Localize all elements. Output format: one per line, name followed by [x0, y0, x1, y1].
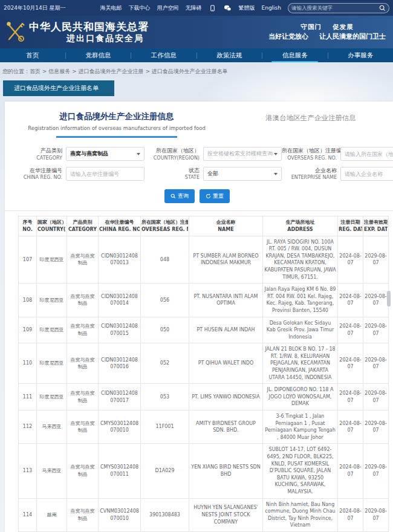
- cell-overseas_reg: 052: [141, 343, 189, 384]
- cell-china_reg: CIDN03012408070014: [99, 284, 141, 317]
- cell-category: 燕窝与燕窝制品: [67, 444, 99, 498]
- column-header: 序号NO.: [19, 216, 37, 236]
- cell-country: 马来西亚: [37, 410, 67, 444]
- topbar-links: 海关电邮下载中心用户空间无障碍: [100, 4, 202, 12]
- cell-name: HUYNH YEN SALANGANES' NESTS JOINT STOCK …: [189, 498, 263, 531]
- table-row: 113马来西亚燕窝与燕窝制品CMYS03012408070011D1A029YE…: [19, 444, 389, 498]
- nav-item-4[interactable]: 信息服务: [262, 48, 328, 62]
- search-icon[interactable]: [379, 5, 386, 11]
- cell-exp_date: 2029-08-07: [363, 236, 389, 284]
- wechat-icon[interactable]: [224, 5, 232, 11]
- section-tab-registration-list[interactable]: 进口食品境外生产企业注册名单: [3, 80, 114, 96]
- cell-address: JL. RAYA SIDOGIRI NO. 100A RT. 005 / RW.…: [263, 236, 338, 284]
- cell-overseas_reg: 3901308483: [141, 498, 189, 531]
- cell-no: 113: [19, 444, 37, 498]
- column-header: 注册有效期EXP. DATE: [363, 216, 389, 236]
- cell-category: 燕窝与燕窝制品: [67, 343, 99, 384]
- enterprise-name-input[interactable]: [340, 167, 393, 181]
- cell-reg_date: 2024-08-07: [338, 384, 363, 410]
- cell-china_reg: CMYS03012408070011: [99, 444, 141, 498]
- cell-name: YEN XIANG BIRD NESTS SDN BHD: [189, 444, 263, 498]
- cell-country: 印度尼西亚: [37, 284, 67, 317]
- cell-overseas_reg: D1A029: [141, 444, 189, 498]
- column-header: 产品类别CATEGORY: [67, 216, 99, 236]
- traditional-chinese-link[interactable]: 繁體版: [239, 4, 255, 12]
- table-row: 107印度尼西亚燕窝与燕窝制品CIDN03012408070013048PT S…: [19, 236, 389, 284]
- cell-country: 越南: [37, 498, 67, 531]
- cell-exp_date: 2029-08-07: [363, 498, 389, 531]
- chevron-down-icon: [274, 153, 278, 155]
- cell-reg_date: 2024-08-07: [338, 343, 363, 384]
- tab-title: 进口食品境外生产企业注册信息: [5, 111, 229, 122]
- nav-item-1[interactable]: 党群信息: [66, 48, 131, 62]
- china-reg-input[interactable]: [66, 167, 145, 181]
- search-icon: [171, 193, 176, 199]
- state-label: 状态 STATE: [145, 167, 203, 181]
- cell-exp_date: 2029-08-07: [363, 444, 389, 498]
- cell-address: JL. DIPONEGORO NO. 118 A JOGO LOYO WONOS…: [263, 384, 338, 410]
- reset-button[interactable]: 重置: [200, 189, 230, 203]
- tab-hk-mo-tw-registration[interactable]: 港澳台地区生产企业注册信息: [229, 111, 393, 138]
- active-tab-underline: [56, 136, 177, 138]
- current-date: 2024年10月14日 星期一: [4, 4, 66, 12]
- cell-china_reg: CIDN03012408070013: [99, 236, 141, 284]
- column-header: 企业名称NAME: [189, 216, 263, 236]
- org-name-line1: 中华人民共和国海关总署: [29, 21, 149, 33]
- topbar-link[interactable]: 下载中心: [129, 4, 151, 12]
- chevron-down-icon: [274, 173, 278, 175]
- cell-no: 114: [19, 498, 37, 531]
- column-header: 所在国家（地区）注册编号OVERSEAS REG. NO.: [141, 216, 189, 236]
- nav-item-5[interactable]: 办事服务: [328, 48, 393, 62]
- query-form: 产品类别 CATEGORY 燕窝与燕窝制品 所在国家（地区） COUNTRY(R…: [5, 138, 393, 203]
- country-select[interactable]: 按空格键检索支持模糊查询: [203, 147, 282, 161]
- scrollbar-thumb[interactable]: [387, 291, 391, 307]
- cell-overseas_reg: 11F001: [141, 410, 189, 444]
- slogan-text: 让人民满意的国门卫士: [319, 33, 386, 41]
- cell-no: 110: [19, 343, 37, 384]
- results-table: 序号NO.国家（地区）COUNTRY(RE...产品类别CATEGORY在华注册…: [18, 216, 389, 532]
- state-select[interactable]: 全部: [203, 167, 282, 181]
- nav-item-0[interactable]: 首页: [0, 48, 65, 62]
- cell-exp_date: 2029-08-07: [363, 317, 389, 343]
- topbar-link[interactable]: 海关电邮: [100, 4, 122, 12]
- search-button[interactable]: 查询: [164, 189, 195, 203]
- category-select[interactable]: 燕窝与燕窝制品: [66, 147, 145, 161]
- org-name-line2: 进出口食品安全局: [29, 33, 149, 43]
- top-utility-bar: 2024年10月14日 星期一 海关电邮下载中心用户空间无障碍 繁體版 Engl…: [0, 0, 393, 16]
- refresh-icon: [206, 193, 211, 199]
- cell-address: Jalan Raya Rajeg KM 6 No. 89 RT. 004 RW.…: [263, 284, 338, 317]
- mobile-icon[interactable]: [209, 5, 217, 11]
- cell-name: PT QIHUA WALET INDO: [189, 343, 263, 384]
- cell-exp_date: 2029-08-07: [363, 284, 389, 317]
- english-link[interactable]: English: [262, 5, 282, 11]
- topbar-link[interactable]: 无障碍: [186, 4, 202, 12]
- nav-item-2[interactable]: 工作信息: [131, 48, 197, 62]
- tab-overseas-registration[interactable]: 进口食品境外生产企业注册信息 Registration information …: [5, 111, 229, 138]
- cell-overseas_reg: 053: [141, 384, 189, 410]
- site-search-input[interactable]: [291, 5, 373, 11]
- cell-name: AMITY BIRDNEST GROUP SDN. BHD.: [189, 410, 263, 444]
- cell-category: 燕窝与燕窝制品: [67, 284, 99, 317]
- tab-strip: 进口食品境外生产企业注册信息 Registration information …: [5, 102, 393, 138]
- table-row: 114越南燕窝与燕窝制品CVNM030124080700103901308483…: [19, 498, 389, 531]
- cell-overseas_reg: 050: [141, 317, 189, 343]
- cell-reg_date: 2024-08-07: [338, 317, 363, 343]
- cell-address: Ninh Binh hamlet, Bau Nang commune, Duon…: [263, 498, 338, 531]
- cell-no: 112: [19, 410, 37, 444]
- nav-item-3[interactable]: 政策法规: [197, 48, 262, 62]
- cell-name: PT. NUSANTARA INTI ALAM OPTIMA: [189, 284, 263, 317]
- cell-china_reg: CIDN03012408070017: [99, 384, 141, 410]
- table-header-row: 序号NO.国家（地区）COUNTRY(RE...产品类别CATEGORY在华注册…: [19, 216, 389, 236]
- cell-category: 燕窝与燕窝制品: [67, 498, 99, 531]
- column-header: 注册日期REG. DATE: [338, 216, 363, 236]
- topbar-link[interactable]: 用户空间: [157, 4, 179, 12]
- cell-china_reg: CIDN03012408070015: [99, 317, 141, 343]
- cell-reg_date: 2024-08-07: [338, 498, 363, 531]
- overseas-reg-input[interactable]: [340, 147, 393, 161]
- cell-reg_date: 2024-08-07: [338, 284, 363, 317]
- cell-no: 107: [19, 236, 37, 284]
- main-card: 进口食品境外生产企业注册信息 Registration information …: [5, 102, 393, 532]
- tab-subtitle: Registration information of overseas man…: [5, 125, 229, 131]
- cell-china_reg: CMYS03012408070010: [99, 410, 141, 444]
- cell-name: PT. LIMS YANWO INDONESIA: [189, 384, 263, 410]
